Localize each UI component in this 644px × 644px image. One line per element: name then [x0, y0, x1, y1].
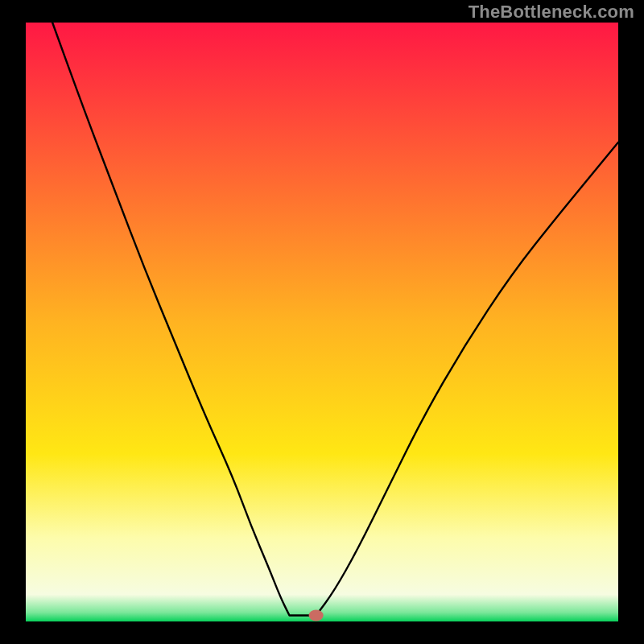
watermark-text: TheBottleneck.com [469, 2, 634, 23]
plot-background [26, 23, 618, 621]
chart-frame: TheBottleneck.com [0, 0, 644, 644]
chart-svg [0, 0, 644, 644]
minimum-marker [309, 610, 324, 621]
